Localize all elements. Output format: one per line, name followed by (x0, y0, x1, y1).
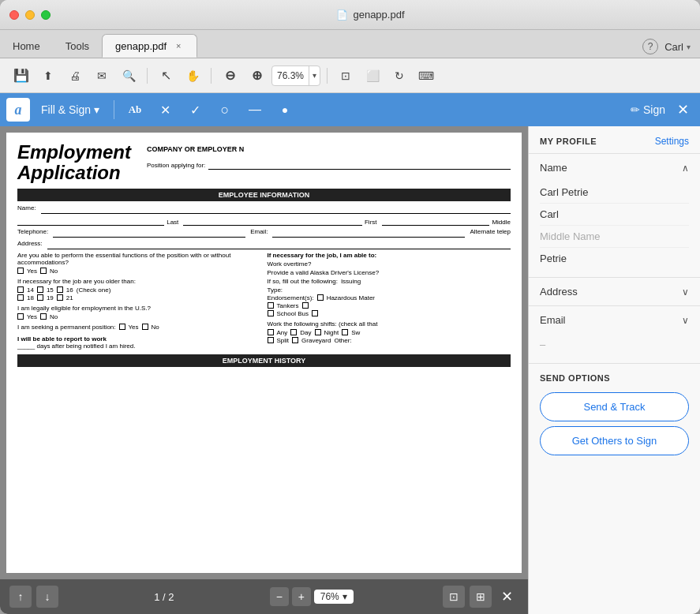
get-others-to-sign-button[interactable]: Get Others to Sign (540, 426, 689, 455)
close-window-button[interactable] (9, 10, 19, 20)
name-middle-field[interactable]: Middle Name (540, 226, 689, 248)
tab-document[interactable]: genapp.pdf × (102, 34, 197, 58)
zoom-out-button[interactable]: ⊖ (218, 64, 241, 88)
maximize-window-button[interactable] (41, 10, 51, 20)
q1-yes-checkbox[interactable] (17, 268, 24, 274)
any-shift-checkbox[interactable] (268, 329, 274, 335)
dot-tool-button[interactable]: ● (272, 97, 298, 122)
age14-checkbox[interactable] (17, 286, 24, 293)
email-section-header[interactable]: Email ∨ (529, 306, 700, 334)
tankers-cb2[interactable] (302, 302, 309, 309)
text-tool-button[interactable]: Ab (122, 97, 148, 122)
help-button[interactable]: ? (642, 39, 658, 54)
age15-checkbox[interactable] (37, 286, 43, 293)
school-bus-cb2[interactable] (312, 310, 318, 316)
right-fill-label: If so, fill out the following: (268, 278, 338, 285)
sign-signature-button[interactable]: ✏ Sign (631, 103, 665, 116)
zoom-dropdown-arrow-icon[interactable]: ▾ (309, 66, 320, 85)
keyboard-button[interactable]: ⌨ (414, 64, 438, 88)
report-days-label: days after being notified I am hired. (36, 343, 135, 350)
hazmat-checkbox[interactable] (317, 294, 324, 301)
company-section: COMPANY OR EMPLOYER N Position applying … (147, 142, 511, 170)
zoom-bar-value-dropdown[interactable]: 76% ▾ (314, 590, 354, 604)
sw-shift-checkbox[interactable] (342, 329, 348, 335)
rotate-button[interactable]: ↻ (387, 64, 411, 88)
position-label: Position applying for: (147, 162, 205, 169)
send-options-header: SEND OPTIONS (529, 364, 700, 387)
q1-no-checkbox[interactable] (40, 268, 47, 274)
fit-page-button[interactable]: ⊡ (334, 64, 357, 88)
upload-button[interactable]: ⬆ (36, 64, 60, 88)
grid-view-bar-button[interactable]: ⊞ (470, 586, 492, 608)
send-track-button[interactable]: Send & Track (540, 392, 689, 421)
age19-checkbox[interactable] (37, 294, 43, 301)
q3-no-checkbox[interactable] (40, 313, 47, 320)
zoom-bar-out-button[interactable]: − (270, 587, 289, 606)
main-toolbar: 💾 ⬆ 🖨 ✉ 🔍 ↖ ✋ ⊖ ⊕ 76.3% ▾ ⊡ ⬜ ↻ ⌨ (0, 58, 700, 93)
tab-tools[interactable]: Tools (53, 34, 102, 58)
page-up-button[interactable]: ↑ (9, 586, 32, 608)
send-options-section: SEND OPTIONS Send & Track Get Others to … (529, 364, 700, 455)
name-full-field[interactable]: Carl Petrie (540, 182, 689, 204)
hand-tool-button[interactable]: ✋ (181, 64, 204, 88)
night-shift-checkbox[interactable] (315, 329, 321, 335)
email-field (272, 228, 465, 238)
school-bus-checkbox[interactable] (268, 310, 274, 316)
cursor-tool-button[interactable]: ↖ (154, 64, 178, 88)
q4-no-checkbox[interactable] (142, 324, 148, 330)
tankers-checkbox[interactable] (268, 302, 274, 309)
actual-size-button[interactable]: ⬜ (361, 64, 384, 88)
left-col: Are you able to perform the essential fu… (17, 252, 261, 350)
name-section-header[interactable]: Name ∧ (529, 154, 700, 182)
shifts-text: Work the following shifts: (check all th… (268, 320, 511, 328)
address-section-header[interactable]: Address ∨ (529, 278, 700, 305)
close-sign-toolbar-button[interactable]: ✕ (672, 99, 694, 121)
cross-tool-button[interactable]: ✕ (152, 97, 178, 122)
email-placeholder-field[interactable]: – (540, 334, 689, 355)
page-current: 1 (154, 591, 159, 603)
zoom-control[interactable]: 76.3% ▾ (271, 66, 320, 86)
first-name-field (183, 216, 362, 226)
age21-checkbox[interactable] (57, 294, 63, 301)
search-button[interactable]: 🔍 (117, 64, 140, 88)
graveyard-checkbox[interactable] (292, 337, 298, 343)
email-button[interactable]: ✉ (90, 64, 114, 88)
split-shift-checkbox[interactable] (268, 337, 274, 343)
print-button[interactable]: 🖨 (63, 64, 87, 88)
name-first-field[interactable]: Carl (540, 204, 689, 226)
save-button[interactable]: 💾 (9, 64, 33, 88)
tab-close-button[interactable]: × (173, 40, 184, 51)
page-indicator: 1 / 2 (148, 591, 180, 603)
q4-yes-checkbox[interactable] (119, 324, 125, 330)
report-days-text: _____ days after being notified I am hir… (17, 343, 261, 350)
age18-checkbox[interactable] (17, 294, 24, 301)
age21-label: 21 (66, 294, 73, 301)
zoom-bar-in-button[interactable]: + (292, 587, 311, 606)
user-menu-button[interactable]: Carl ▾ (664, 41, 691, 53)
sign-label: Sign (643, 103, 665, 116)
line-tool-button[interactable]: — (242, 97, 268, 122)
app-title-line2: Application (17, 163, 131, 183)
age16-checkbox[interactable] (57, 286, 63, 293)
right-issuing-label: Issuing (341, 278, 361, 285)
page-down-button[interactable]: ↓ (36, 586, 58, 608)
age18-label: 18 (27, 294, 34, 301)
fill-sign-menu-button[interactable]: Fill & Sign ▾ (35, 100, 106, 119)
pdf-file-icon: 📄 (336, 9, 348, 21)
page-separator: / (163, 591, 166, 603)
name-section-content: Carl Petrie Carl Middle Name Petrie (529, 182, 700, 277)
name-last-field[interactable]: Petrie (540, 248, 689, 269)
bottom-bar-close-button[interactable]: ✕ (496, 586, 518, 608)
zoom-in-button[interactable]: ⊕ (245, 64, 268, 88)
circle-tool-button[interactable]: ○ (212, 97, 238, 122)
day-shift-checkbox[interactable] (290, 329, 297, 335)
email-section-content: – (529, 334, 700, 363)
check-tool-button[interactable]: ✓ (182, 97, 208, 122)
pdf-page: Employment Application COMPANY OR EMPLOY… (6, 133, 522, 573)
fit-page-bar-button[interactable]: ⊡ (443, 586, 465, 608)
settings-link[interactable]: Settings (655, 136, 689, 147)
minimize-window-button[interactable] (25, 10, 35, 20)
tab-home[interactable]: Home (0, 34, 53, 58)
q3-yes-checkbox[interactable] (17, 313, 24, 320)
window-title-text: genapp.pdf (353, 9, 404, 21)
